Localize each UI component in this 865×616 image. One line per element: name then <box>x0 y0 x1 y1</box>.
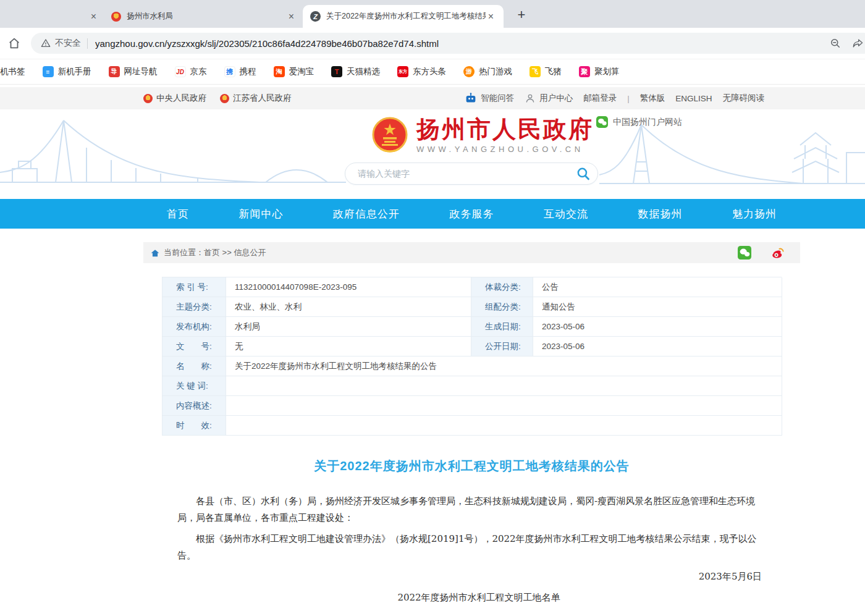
article-list-title: 2022年度扬州市水利工程文明工地名单 <box>177 589 762 606</box>
site-favicon: Z <box>310 11 321 22</box>
bookmark-fliggy[interactable]: 飞 飞猪 <box>530 66 562 77</box>
breadcrumb-path[interactable]: 当前位置：首页 >> 信息公开 <box>164 247 266 258</box>
gov-link-label: 江苏省人民政府 <box>233 93 292 104</box>
gov-top-strip: 中央人民政府 江苏省人民政府 智能问答 用户中心 邮箱登录 | <box>0 85 865 109</box>
article-date: 2023年5月6日 <box>177 568 762 585</box>
wechat-share-icon[interactable] <box>738 246 751 259</box>
search-icon[interactable] <box>576 166 591 182</box>
bookmark-jd[interactable]: JD 京东 <box>175 66 207 77</box>
info-value: 公告 <box>533 277 782 297</box>
nav-charming-yangzhou[interactable]: 魅力扬州 <box>732 207 777 221</box>
portal-label: 中国扬州门户网站 <box>613 117 682 128</box>
share-icon[interactable] <box>851 37 864 49</box>
info-label: 文 号: <box>162 337 226 357</box>
site-nav-icon: 导 <box>109 66 120 77</box>
info-label: 内容概述: <box>162 396 226 416</box>
site-search <box>345 162 598 185</box>
link-user-center[interactable]: 用户中心 <box>525 93 573 104</box>
tab-title: 关于2022年度扬州市水利工程文明工地考核结果的公告 <box>326 11 486 22</box>
warning-icon <box>41 38 51 48</box>
divider: | <box>627 94 630 103</box>
info-value <box>226 396 782 416</box>
tab-close-icon[interactable]: × <box>88 11 99 23</box>
link-accessibility[interactable]: 无障碍阅读 <box>723 93 765 104</box>
bookmark-label: 天猫精选 <box>347 66 380 77</box>
nav-gov-services[interactable]: 政务服务 <box>450 207 494 221</box>
browser-tab-strip: × 扬州市水利局 × Z 关于2022年度扬州市水利工程文明工地考核结果的公告 … <box>0 0 865 28</box>
link-mail-login[interactable]: 邮箱登录 <box>583 93 617 104</box>
info-label: 索 引 号: <box>162 277 226 297</box>
tab-active-announcement[interactable]: Z 关于2022年度扬州市水利工程文明工地考核结果的公告 × <box>303 5 504 28</box>
tab-close-icon[interactable]: × <box>286 11 297 23</box>
nav-news-center[interactable]: 新闻中心 <box>239 207 284 221</box>
tab-close-icon[interactable]: × <box>486 11 496 23</box>
site-banner: 扬州市人民政府 WWW.YANGZHOU.GOV.CN 中国扬州门户网站 <box>0 109 865 199</box>
nav-gov-info-disclosure[interactable]: 政府信息公开 <box>333 207 400 221</box>
bookmark-label: 机书签 <box>0 66 25 77</box>
page-content: 当前位置：首页 >> 信息公开 索 引 号: 11321000014407098… <box>143 242 800 606</box>
url-text: yangzhou.gov.cn/yzszxxgk/slj/202305/210c… <box>95 38 823 49</box>
bookmark-ctrip[interactable]: 携 携程 <box>224 66 256 77</box>
bookmark-label: 携程 <box>240 66 256 77</box>
portal-link[interactable]: 中国扬州门户网站 <box>596 116 682 128</box>
tab-cutoff[interactable]: × <box>0 5 105 28</box>
bookmark-label: 京东 <box>190 66 207 77</box>
site-domain: WWW.YANGZHOU.GOV.CN <box>416 145 594 154</box>
zoom-out-icon[interactable] <box>829 37 842 49</box>
bookmark-site-navigation[interactable]: 导 网址导航 <box>109 66 158 77</box>
link-english[interactable]: ENGLISH <box>675 94 712 103</box>
info-label: 发布机构: <box>162 317 226 337</box>
bookmark-label: 飞猪 <box>545 66 562 77</box>
wechat-icon <box>596 116 608 128</box>
main-navigation: 首页 新闻中心 政府信息公开 政务服务 互动交流 数据扬州 魅力扬州 <box>0 199 865 229</box>
bookmark-hot-games[interactable]: 游 热门游戏 <box>463 66 512 77</box>
jd-icon: JD <box>175 66 186 77</box>
nav-interaction[interactable]: 互动交流 <box>544 207 588 221</box>
info-label: 生成日期: <box>471 317 533 337</box>
weibo-share-icon[interactable] <box>770 246 784 260</box>
bookmark-eastday[interactable]: 东方 东方头条 <box>397 66 446 77</box>
bookmarks-bar: 机书签 ≡ 新机手册 导 网址导航 JD 京东 携 携程 淘 爱淘宝 T 天猫精… <box>0 59 865 85</box>
site-name: 扬州市人民政府 <box>416 117 594 143</box>
info-value <box>226 416 782 436</box>
bookmark-phone-bookmarks[interactable]: 机书签 <box>0 66 25 77</box>
link-label: 智能问答 <box>481 93 514 104</box>
info-value: 农业、林业、水利 <box>226 297 471 317</box>
info-value: 2023-05-06 <box>533 337 782 357</box>
info-value: 2023-05-06 <box>533 317 782 337</box>
manual-icon: ≡ <box>43 66 54 77</box>
ctrip-icon: 携 <box>224 66 235 77</box>
url-omnibox[interactable]: 不安全 yangzhou.gov.cn/yzszxxgk/slj/202305/… <box>31 33 865 54</box>
site-logo[interactable]: 扬州市人民政府 WWW.YANGZHOU.GOV.CN <box>371 116 594 155</box>
link-central-gov[interactable]: 中央人民政府 <box>143 93 206 104</box>
link-smart-qa[interactable]: 智能问答 <box>465 93 514 104</box>
breadcrumb: 当前位置：首页 >> 信息公开 <box>143 242 800 263</box>
document-info-table: 索 引 号: 11321000014407098E-2023-095 体裁分类:… <box>162 277 782 436</box>
new-tab-button[interactable]: + <box>513 6 530 23</box>
link-jiangsu-gov[interactable]: 江苏省人民政府 <box>220 93 292 104</box>
eastday-icon: 东方 <box>397 66 408 77</box>
article-paragraph: 各县（市、区）水利（务）局，扬州经济开发区城乡事务管理局，生态科技新城规划建设局… <box>177 493 762 526</box>
national-emblem-icon <box>371 116 409 155</box>
address-bar: 不安全 yangzhou.gov.cn/yzszxxgk/slj/202305/… <box>0 28 865 59</box>
info-value: 无 <box>226 337 471 357</box>
bookmark-aitaobao[interactable]: 淘 爱淘宝 <box>274 66 314 77</box>
bookmark-label: 聚划算 <box>594 66 620 77</box>
nav-data-yangzhou[interactable]: 数据扬州 <box>638 207 683 221</box>
home-icon[interactable] <box>7 36 21 50</box>
bookmark-juhuasuan[interactable]: 聚 聚划算 <box>579 66 620 77</box>
nav-home[interactable]: 首页 <box>167 207 189 221</box>
tmall-icon: T <box>331 66 342 77</box>
gov-link-label: 中央人民政府 <box>156 93 206 104</box>
bookmark-tmall[interactable]: T 天猫精选 <box>331 66 380 77</box>
tab-title: 扬州市水利局 <box>127 11 286 22</box>
link-traditional[interactable]: 繁体版 <box>640 93 665 104</box>
info-value: 关于2022年度扬州市水利工程文明工地考核结果的公告 <box>226 357 782 376</box>
bookmark-new-device-manual[interactable]: ≡ 新机手册 <box>43 66 91 77</box>
tab-yangzhou-water-bureau[interactable]: 扬州市水利局 × <box>105 5 303 28</box>
search-input[interactable] <box>357 168 576 179</box>
article-title: 关于2022年度扬州市水利工程文明工地考核结果的公告 <box>143 458 800 475</box>
emblem-icon <box>220 94 229 103</box>
article-body: 各县（市、区）水利（务）局，扬州经济开发区城乡事务管理局，生态科技新城规划建设局… <box>177 493 762 606</box>
bookmark-label: 东方头条 <box>413 66 446 77</box>
